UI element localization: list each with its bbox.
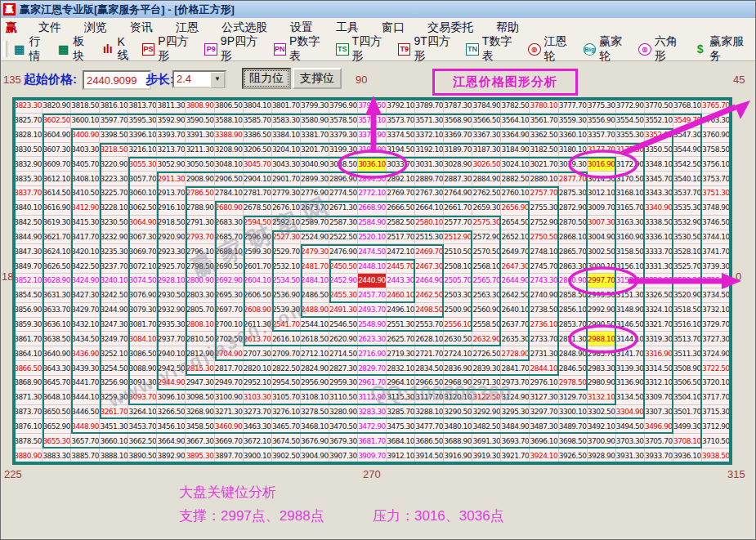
price-cell: 3165.70 bbox=[616, 201, 645, 216]
price-cell: 3938.50 bbox=[702, 449, 731, 463]
price-cell: 3530.50 bbox=[673, 230, 702, 245]
price-cell: 2601.70 bbox=[244, 259, 272, 274]
price-cell: 3184.90 bbox=[501, 143, 530, 158]
price-cell: 3926.50 bbox=[559, 449, 588, 463]
menu-item-help[interactable]: 帮助 bbox=[485, 20, 530, 35]
price-cell: 2443.30 bbox=[387, 274, 415, 288]
price-cell: 3211.30 bbox=[186, 143, 214, 158]
price-cell: 2860.90 bbox=[559, 274, 588, 288]
price-cell: 2834.50 bbox=[415, 361, 444, 376]
price-cell: 3067.30 bbox=[128, 230, 157, 245]
menu-item-browse[interactable]: 浏览 bbox=[73, 20, 119, 35]
price-cell: 3849.70 bbox=[14, 259, 42, 274]
price-cell: 3837.70 bbox=[14, 186, 42, 201]
toolbar-item-hexagon[interactable]: ◎六角形 bbox=[638, 34, 687, 64]
price-cell: 3028.90 bbox=[444, 157, 472, 172]
menu-item-news[interactable]: 资讯 bbox=[119, 20, 164, 35]
toolbar-item-label: 板块 bbox=[73, 34, 95, 64]
toolbar-item-t-square[interactable]: TST四方形 bbox=[336, 34, 391, 64]
price-cell: 3403.30 bbox=[71, 143, 100, 158]
price-cell: 3554.50 bbox=[616, 114, 645, 128]
price-cell: 2822.50 bbox=[272, 361, 301, 376]
price-cell: 3828.10 bbox=[14, 128, 42, 143]
price-cell: 3266.50 bbox=[157, 405, 186, 420]
menu-item-window[interactable]: 窗口 bbox=[370, 20, 416, 35]
start-price-input[interactable] bbox=[83, 70, 151, 90]
price-cell: 2868.10 bbox=[559, 230, 588, 245]
price-cell: 2988.10 bbox=[588, 332, 616, 346]
toolbar-item-t-number-table[interactable]: TNT数字表 bbox=[466, 34, 521, 64]
price-cell: 3103.30 bbox=[244, 390, 272, 405]
price-cell: 2721.70 bbox=[415, 346, 444, 361]
toolbar-item-9t-square[interactable]: T99T四方形 bbox=[398, 34, 459, 64]
price-cell: 2733.70 bbox=[530, 332, 558, 346]
menu-item-gann[interactable]: 江恩 bbox=[164, 20, 210, 35]
price-cell: 3408.10 bbox=[71, 172, 100, 186]
price-cell: 2515.30 bbox=[415, 230, 444, 245]
price-cell: 3609.70 bbox=[42, 157, 71, 172]
price-cell: 3907.30 bbox=[329, 449, 358, 463]
price-cell: 3782.50 bbox=[501, 99, 530, 114]
price-cell: 3475.30 bbox=[387, 419, 415, 434]
price-cell: 3216.10 bbox=[128, 143, 157, 158]
price-cell: 3021.70 bbox=[530, 157, 558, 172]
price-cell: 3187.30 bbox=[472, 143, 501, 158]
price-cell: 2556.10 bbox=[444, 318, 472, 332]
price-cell: 2508.10 bbox=[444, 259, 472, 274]
price-cell: 3780.10 bbox=[530, 99, 558, 114]
price-cell: 3480.10 bbox=[444, 419, 472, 434]
menu-item-file[interactable]: 文件 bbox=[27, 20, 73, 35]
price-cell: 2546.50 bbox=[329, 318, 358, 332]
price-cell: 3566.50 bbox=[472, 114, 501, 128]
price-cell: 3196.90 bbox=[358, 143, 387, 158]
menu-item-settings[interactable]: 设置 bbox=[279, 20, 324, 35]
price-cell: 3482.50 bbox=[472, 419, 501, 434]
toolbar-item-p-square[interactable]: PSP四方形 bbox=[142, 34, 199, 64]
price-cell: 2654.50 bbox=[501, 216, 530, 230]
price-cell: 2906.50 bbox=[215, 172, 244, 186]
price-cell: 3014.50 bbox=[588, 172, 616, 186]
menu-item-trade[interactable]: 交易委托 bbox=[416, 20, 485, 35]
price-cell: 2992.90 bbox=[588, 303, 616, 318]
step-combobox[interactable]: 2.4 ▼ bbox=[172, 70, 226, 88]
price-cell: 2803.30 bbox=[186, 288, 214, 303]
toolbar-item-quotes[interactable]: ▦行情 bbox=[13, 34, 51, 64]
toolbar-item-winner-wheel[interactable]: Big赢家轮 bbox=[584, 34, 633, 64]
chevron-down-icon[interactable]: ▼ bbox=[210, 72, 225, 88]
price-cell: 2973.70 bbox=[501, 376, 530, 390]
price-cell: 2968.90 bbox=[444, 376, 472, 390]
price-cell: 3127.30 bbox=[530, 390, 558, 405]
price-cell: 2920.90 bbox=[157, 230, 186, 245]
price-cell: 3921.70 bbox=[501, 449, 530, 463]
price-cell: 2505.70 bbox=[444, 274, 472, 288]
toolbar-item-gann-wheel[interactable]: ◎江恩轮 bbox=[528, 34, 577, 64]
dollar-icon: $ bbox=[694, 43, 706, 56]
resistance-button[interactable]: 阻力位 bbox=[242, 68, 291, 89]
toolbar-item-p-number-table[interactable]: PNP数字表 bbox=[274, 34, 330, 64]
toolbar-item-winner-service[interactable]: $赢家服务 bbox=[694, 34, 754, 64]
toolbar-item-kline[interactable]: ılıK线 bbox=[101, 35, 136, 63]
price-cell: 3928.90 bbox=[588, 449, 616, 463]
price-cell: 3208.90 bbox=[215, 143, 244, 158]
price-cell: 2647.30 bbox=[501, 259, 530, 274]
menu-item-tools[interactable]: 工具 bbox=[324, 20, 370, 35]
support-button[interactable]: 支撑位 bbox=[293, 68, 342, 89]
menu-item-formula-picker[interactable]: 公式选股 bbox=[210, 20, 279, 35]
price-cell: 2484.10 bbox=[301, 274, 329, 288]
toolbar-item-label: T四方形 bbox=[352, 34, 391, 64]
price-cell: 3796.90 bbox=[329, 99, 358, 114]
price-cell: 3033.70 bbox=[387, 157, 415, 172]
price-grid-cells: 3823.303820.903818.503816.103813.703811.… bbox=[14, 99, 731, 463]
price-cell: 2467.30 bbox=[415, 259, 444, 274]
price-cell: 2712.10 bbox=[301, 346, 329, 361]
toolbar-item-sectors[interactable]: ▩板块 bbox=[57, 34, 95, 64]
price-cell: 2587.30 bbox=[329, 216, 358, 230]
price-cell: 3561.70 bbox=[530, 114, 558, 128]
price-cell: 3489.70 bbox=[559, 419, 588, 434]
price-cell: 2719.30 bbox=[387, 346, 415, 361]
price-cell: 2532.10 bbox=[272, 259, 301, 274]
price-cell: 3856.90 bbox=[14, 303, 42, 318]
toolbar-item-9p-square[interactable]: P99P四方形 bbox=[204, 34, 266, 64]
price-cell: 3624.10 bbox=[42, 244, 71, 259]
price-cell: 2901.70 bbox=[272, 172, 301, 186]
